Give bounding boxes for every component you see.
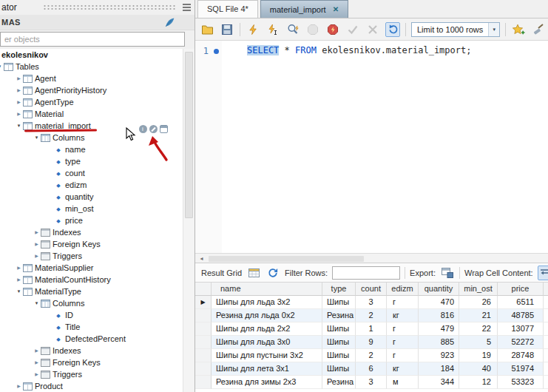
column-header-quantity[interactable]: quantity xyxy=(419,283,459,296)
quill-icon[interactable] xyxy=(164,17,175,28)
table-wrench-icon[interactable] xyxy=(149,125,158,133)
cell-count[interactable]: 3 xyxy=(356,376,387,389)
sidebar-scrollbar-thumb[interactable] xyxy=(185,52,193,218)
table-row[interactable]: Шипы для пустыни 3x2Шипы2г9231928748 xyxy=(195,349,548,362)
cell-price[interactable]: 52272 xyxy=(498,336,544,349)
cell-price[interactable]: 48785 xyxy=(498,309,544,322)
tree-item-materialsupplier[interactable]: ▶MaterialSupplier xyxy=(0,262,183,274)
cell-price[interactable]: 51974 xyxy=(498,362,544,376)
sql-code-editor[interactable]: 1 SELECT * FROM ekolesnikov.material_imp… xyxy=(195,41,548,253)
collapse-icon[interactable]: ▼ xyxy=(33,297,41,309)
tree-item-count[interactable]: ◆count xyxy=(0,167,183,179)
editor-horizontal-scrollbar[interactable]: ◂ xyxy=(195,253,548,263)
cell-count[interactable]: 6 xyxy=(356,362,387,376)
cell-quantity[interactable]: 885 xyxy=(419,336,459,349)
table-data-icon[interactable] xyxy=(160,125,168,133)
tree-item-agenttype[interactable]: ▶AgentType xyxy=(0,96,183,108)
tree-item-product[interactable]: ▶Product xyxy=(0,380,183,392)
expand-icon[interactable]: ▶ xyxy=(33,368,41,380)
tree-item-agentpriorityhistory[interactable]: ▶AgentPriorityHistory xyxy=(0,84,183,96)
row-selector[interactable] xyxy=(195,336,212,349)
cell-quantity[interactable]: 184 xyxy=(419,362,459,376)
chevron-down-icon[interactable]: ▾ xyxy=(488,23,499,36)
tab-sql-file-4[interactable]: SQL File 4* xyxy=(197,0,258,18)
execute-current-button[interactable] xyxy=(265,22,280,37)
cell-price[interactable]: 6511 xyxy=(498,296,544,309)
table-row[interactable]: Шипы для льда 2x2Шипы1г4792213077 xyxy=(195,322,548,336)
tree-item-material[interactable]: ▶Material xyxy=(0,108,183,120)
cell-min_ost[interactable]: 19 xyxy=(459,349,498,362)
tree-item-foreign-keys[interactable]: ▶Foreign Keys xyxy=(0,238,183,250)
cell-min_ost[interactable]: 21 xyxy=(459,309,498,322)
cell-count[interactable]: 9 xyxy=(356,336,387,349)
sql-line[interactable]: SELECT * FROM ekolesnikov.material_impor… xyxy=(222,45,471,55)
cell-price[interactable]: 28748 xyxy=(498,349,544,362)
cell-quantity[interactable]: 816 xyxy=(419,309,459,322)
cell-min_ost[interactable]: 22 xyxy=(459,322,498,336)
table-row[interactable]: Резина для зимы 2x3Резина3м3441253323 xyxy=(195,376,548,389)
tree-item-min-ost[interactable]: ◆min_ost xyxy=(0,203,183,214)
collapse-icon[interactable]: ▼ xyxy=(15,120,23,132)
schema-filter-input[interactable] xyxy=(0,32,185,47)
expand-icon[interactable]: ▶ xyxy=(33,238,41,250)
expand-icon[interactable]: ▶ xyxy=(15,108,23,120)
cell-edizm[interactable]: кг xyxy=(387,309,419,322)
tree-item-price[interactable]: ◆price xyxy=(0,214,183,226)
cell-name[interactable]: Шипы для пустыни 3x2 xyxy=(212,349,322,362)
limit-rows-dropdown[interactable]: Limit to 1000 rows ▾ xyxy=(411,22,500,37)
schemas-section-header[interactable]: MAS xyxy=(0,15,194,30)
save-snippet-button[interactable] xyxy=(511,22,526,37)
row-selector[interactable] xyxy=(195,376,212,389)
cell-edizm[interactable]: кг xyxy=(387,362,419,376)
tree-item-edizm[interactable]: ◆edizm xyxy=(0,179,183,191)
cell-type[interactable]: Шипы xyxy=(322,362,356,376)
cell-edizm[interactable]: г xyxy=(387,322,419,336)
row-selector[interactable] xyxy=(195,362,212,376)
autocommit-toggle[interactable] xyxy=(385,22,400,37)
row-selector[interactable] xyxy=(195,349,212,362)
cell-type[interactable]: Шипы xyxy=(322,336,356,349)
table-row[interactable]: Шипы для лета 3x1Шипы6кг1844051974 xyxy=(195,362,548,376)
cell-quantity[interactable]: 479 xyxy=(419,322,459,336)
cell-edizm[interactable]: г xyxy=(387,349,419,362)
cell-type[interactable]: Резина xyxy=(322,309,356,322)
table-row[interactable]: ▶Шипы для льда 3x2Шипы3г470266511 xyxy=(195,296,548,309)
cell-type[interactable]: Шипы xyxy=(322,349,356,362)
cell-edizm[interactable]: м xyxy=(387,376,419,389)
explain-button[interactable] xyxy=(285,22,300,37)
cell-type[interactable]: Резина xyxy=(322,376,356,389)
grid-corner[interactable] xyxy=(195,283,212,296)
cell-min_ost[interactable]: 40 xyxy=(459,362,498,376)
filter-rows-input[interactable] xyxy=(332,266,400,280)
refresh-icon[interactable] xyxy=(265,266,280,280)
cell-count[interactable]: 3 xyxy=(356,296,387,309)
panel-menu-icon[interactable] xyxy=(183,4,191,11)
column-header-price[interactable]: price xyxy=(498,283,544,296)
tree-item-triggers[interactable]: ▶Triggers xyxy=(0,250,183,262)
column-header-type[interactable]: type xyxy=(322,283,356,296)
expand-icon[interactable]: ▶ xyxy=(15,72,23,84)
table-row[interactable]: Шипы для льда 3x0Шипы9г885552272 xyxy=(195,336,548,349)
execute-button[interactable] xyxy=(246,22,260,37)
expand-icon[interactable]: ▶ xyxy=(33,226,41,238)
beautify-button[interactable] xyxy=(531,22,546,37)
row-selector[interactable] xyxy=(195,309,212,322)
expand-icon[interactable]: ▶ xyxy=(15,274,23,285)
tree-item-title[interactable]: ◆Title xyxy=(0,321,183,333)
cell-min_ost[interactable]: 26 xyxy=(459,296,498,309)
tree-item-id[interactable]: ◆ID xyxy=(0,309,183,321)
cell-type[interactable]: Шипы xyxy=(322,322,356,336)
tree-item-tables[interactable]: ▼Tables xyxy=(0,61,183,72)
expand-icon[interactable]: ▶ xyxy=(15,262,23,274)
scrollbar-thumb[interactable] xyxy=(209,256,364,262)
expand-icon[interactable]: ▶ xyxy=(15,96,23,108)
cell-min_ost[interactable]: 5 xyxy=(459,336,498,349)
cell-count[interactable]: 2 xyxy=(356,349,387,362)
collapse-icon[interactable]: ▼ xyxy=(15,285,23,297)
cell-name[interactable]: Шипы для лета 3x1 xyxy=(212,362,322,376)
expand-icon[interactable]: ▶ xyxy=(15,84,23,96)
collapse-icon[interactable]: ▼ xyxy=(33,132,41,143)
table-info-icon[interactable] xyxy=(139,125,147,133)
tree-item-foreign-keys[interactable]: ▶Foreign Keys xyxy=(0,356,183,368)
stop-on-error-toggle[interactable] xyxy=(325,22,340,37)
